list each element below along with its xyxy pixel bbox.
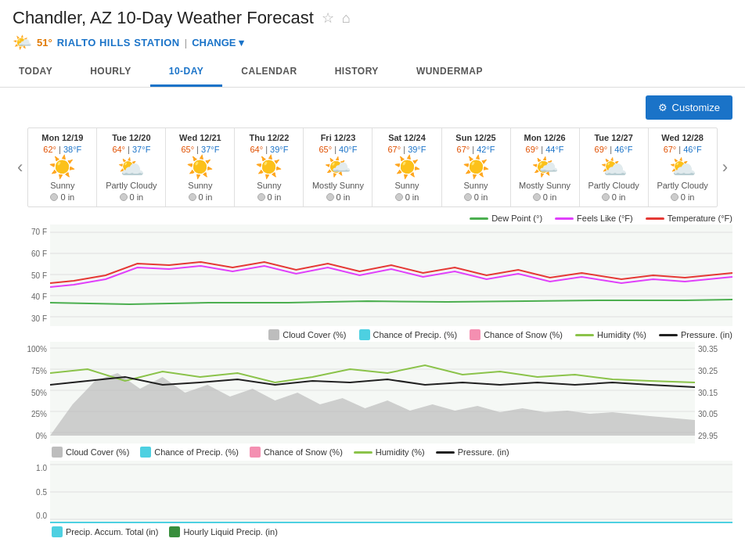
precip-amount: 0 in bbox=[651, 192, 714, 202]
legend-line bbox=[470, 217, 488, 220]
precip-dot bbox=[602, 193, 610, 201]
legend-item: Cloud Cover (%) bbox=[268, 329, 346, 340]
accum-chart-section: 1.00.50.0 Precip. Accum. Total (in)Hourl… bbox=[13, 461, 732, 537]
temp-low: 44°F bbox=[545, 145, 563, 154]
accum-legend-bottom: Precip. Accum. Total (in)Hourly Liquid P… bbox=[52, 526, 732, 537]
weather-icon: ☀️ bbox=[444, 156, 508, 178]
station-name[interactable]: RIALTO HILLS STATION bbox=[57, 37, 180, 48]
forecast-day-7[interactable]: Mon 12/26 69° | 44°F 🌤️ Mostly Sunny 0 i… bbox=[511, 128, 580, 206]
weather-icon: ☀️ bbox=[168, 156, 232, 178]
page-title: Chandler, AZ 10-Day Weather Forecast bbox=[13, 8, 314, 28]
forecast-day-5[interactable]: Sat 12/24 67° | 39°F ☀️ Sunny 0 in bbox=[372, 128, 441, 206]
weather-icon: 🌤️ bbox=[306, 156, 369, 178]
change-station-button[interactable]: CHANGE ▾ bbox=[192, 37, 243, 48]
temp-high: 64° bbox=[250, 145, 263, 154]
bottom-legend-item: Hourly Liquid Precip. (in) bbox=[169, 526, 277, 537]
legend-item: Chance of Precip. (%) bbox=[359, 329, 458, 340]
tab-wundermap[interactable]: WUNDERMAP bbox=[398, 58, 502, 87]
precip-amount: 0 in bbox=[237, 192, 301, 202]
bottom-legend-item: Humidity (%) bbox=[354, 447, 425, 457]
tab-history[interactable]: HISTORY bbox=[316, 58, 398, 87]
forecast-temps: 64° | 39°F bbox=[237, 145, 301, 154]
temp-high: 65° bbox=[319, 145, 332, 154]
y-axis-label-right: 30.25 bbox=[698, 367, 732, 375]
svg-marker-14 bbox=[50, 522, 732, 523]
home-icon[interactable]: ⌂ bbox=[342, 10, 351, 27]
precip-dot bbox=[671, 193, 678, 201]
accum-chart-inner bbox=[50, 461, 732, 523]
precip-amount: 0 in bbox=[168, 192, 232, 202]
forecast-date: Mon 12/19 bbox=[31, 133, 94, 142]
y-axis-label: 75% bbox=[13, 367, 47, 375]
precip-dot bbox=[50, 193, 58, 201]
forecast-day-2[interactable]: Wed 12/21 65° | 37°F ☀️ Sunny 0 in bbox=[166, 128, 235, 206]
forecast-temps: 65° | 37°F bbox=[168, 145, 232, 154]
precip-y-axis-right: 30.3530.2530.1530.0529.95 bbox=[695, 342, 732, 443]
star-icon[interactable]: ☆ bbox=[322, 9, 334, 27]
title-row: Chandler, AZ 10-Day Weather Forecast ☆ ⌂ bbox=[13, 8, 732, 28]
chevron-down-icon: ▾ bbox=[239, 37, 244, 48]
forecast-day-4[interactable]: Fri 12/23 65° | 40°F 🌤️ Mostly Sunny 0 i… bbox=[304, 128, 372, 206]
weather-icon: ⛅ bbox=[99, 156, 163, 178]
precip-amount: 0 in bbox=[513, 192, 577, 202]
legend-swatch bbox=[250, 447, 261, 458]
y-axis-label: 100% bbox=[13, 345, 47, 354]
legend-item: Feels Like (°F) bbox=[555, 214, 633, 223]
y-axis-label: 1.0 bbox=[13, 464, 47, 472]
tab-today[interactable]: TODAY bbox=[0, 58, 71, 87]
main-content: ⚙ Customize ‹ Mon 12/19 62° | 38°F ☀️ Su… bbox=[0, 88, 745, 545]
forecast-day-0[interactable]: Mon 12/19 62° | 38°F ☀️ Sunny 0 in bbox=[28, 128, 97, 206]
forecast-day-1[interactable]: Tue 12/20 64° | 37°F ⛅ Partly Cloudy 0 i… bbox=[97, 128, 166, 206]
temp-high: 67° bbox=[388, 145, 401, 154]
forecast-temps: 62° | 38°F bbox=[31, 145, 94, 154]
temp-high: 69° bbox=[595, 145, 608, 154]
legend-item: Pressure. (in) bbox=[659, 330, 732, 339]
temp-low: 46°F bbox=[683, 145, 701, 154]
tab-hourly[interactable]: HOURLY bbox=[71, 58, 150, 87]
legend-item: Temperature (°F) bbox=[646, 214, 732, 223]
legend-swatch bbox=[575, 334, 594, 336]
precip-dot bbox=[257, 193, 265, 201]
legend-swatch bbox=[354, 451, 372, 454]
precip-dot bbox=[464, 193, 472, 201]
legend-swatch bbox=[659, 334, 678, 336]
tab-calendar[interactable]: CALENDAR bbox=[222, 58, 315, 87]
temp-chart-section: Dew Point (°)Feels Like (°F)Temperature … bbox=[13, 214, 732, 326]
forecast-temps: 69° | 44°F bbox=[513, 145, 577, 154]
bottom-legend-item: Chance of Precip. (%) bbox=[140, 447, 239, 458]
y-axis-label: 0.0 bbox=[13, 512, 47, 520]
accum-y-axis: 1.00.50.0 bbox=[13, 461, 50, 523]
station-row: 🌤️ 51° RIALTO HILLS STATION | CHANGE ▾ bbox=[13, 33, 732, 52]
forecast-date: Tue 12/20 bbox=[99, 133, 163, 142]
gear-icon: ⚙ bbox=[658, 102, 668, 113]
y-axis-label-right: 30.35 bbox=[698, 345, 732, 354]
temp-low: 37°F bbox=[132, 145, 150, 154]
forecast-temps: 64° | 37°F bbox=[99, 145, 163, 154]
temp-high: 69° bbox=[526, 145, 539, 154]
weather-desc: Sunny bbox=[168, 181, 232, 190]
legend-swatch bbox=[268, 329, 279, 340]
forecast-day-3[interactable]: Thu 12/22 64° | 39°F ☀️ Sunny 0 in bbox=[235, 128, 304, 206]
precip-chart-inner bbox=[50, 342, 695, 443]
forecast-day-6[interactable]: Sun 12/25 67° | 42°F ☀️ Sunny 0 in bbox=[442, 128, 511, 206]
prev-forecast-button[interactable]: ‹ bbox=[13, 127, 27, 207]
forecast-day-8[interactable]: Tue 12/27 69° | 46°F ⛅ Partly Cloudy 0 i… bbox=[580, 128, 649, 206]
customize-button[interactable]: ⚙ Customize bbox=[646, 95, 732, 120]
tab-10day[interactable]: 10-DAY bbox=[150, 58, 223, 87]
temp-high: 65° bbox=[181, 145, 194, 154]
precip-dot bbox=[189, 193, 196, 201]
precip-amount: 0 in bbox=[31, 192, 94, 202]
weather-desc: Sunny bbox=[444, 181, 508, 190]
forecast-date: Wed 12/21 bbox=[168, 133, 232, 142]
precip-amount: 0 in bbox=[582, 192, 646, 202]
temp-high: 67° bbox=[457, 145, 470, 154]
legend-swatch bbox=[52, 447, 63, 458]
forecast-day-9[interactable]: Wed 12/28 67° | 46°F ⛅ Partly Cloudy 0 i… bbox=[649, 128, 717, 206]
forecast-temps: 67° | 39°F bbox=[375, 145, 438, 154]
forecast-date: Thu 12/22 bbox=[237, 133, 301, 142]
forecast-date: Wed 12/28 bbox=[651, 133, 714, 142]
temp-chart-inner bbox=[50, 224, 732, 326]
temp-chart-legend: Dew Point (°)Feels Like (°F)Temperature … bbox=[13, 214, 732, 223]
precip-legend-bottom: Cloud Cover (%)Chance of Precip. (%)Chan… bbox=[52, 447, 732, 458]
next-forecast-button[interactable]: › bbox=[718, 127, 732, 207]
